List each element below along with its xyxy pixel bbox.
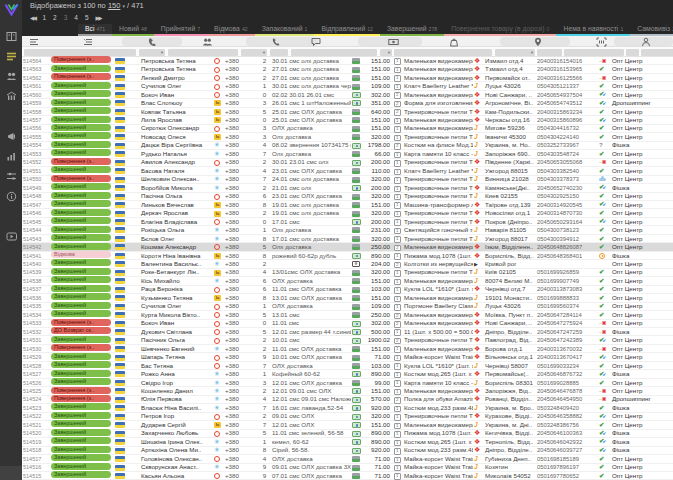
tab-7[interactable]: Повернення товару (в дорозі)0: [444, 24, 556, 36]
table-row[interactable]: 514517 Завершений Головінова Олексан.. +…: [22, 455, 673, 463]
filter-name-input[interactable]: [168, 49, 238, 56]
phone-column-icon[interactable]: [270, 36, 281, 47]
filter-city-input[interactable]: [537, 49, 562, 56]
table-row[interactable]: 514546 Завершений Деркач Ярослав lc +380…: [22, 209, 673, 217]
orders-list-column-icon[interactable]: [28, 36, 39, 47]
table-row[interactable]: 514525 Повернення (з.. Кошеленко Данил ✳…: [22, 387, 673, 395]
table-row[interactable]: 514544 Завершений Рокіцька Ольга ✳ +380 …: [22, 226, 673, 234]
filter-calls-input[interactable]: [270, 49, 288, 56]
tab-9[interactable]: Самовивіз2: [630, 24, 673, 36]
filter-result-select[interactable]: [626, 49, 639, 56]
sidebar-item-clients[interactable]: [4, 70, 18, 82]
sidebar-item-tasks[interactable]: [4, 110, 18, 122]
table-row[interactable]: 514531 Завершений Пасічник Ольга +380 2 …: [22, 336, 673, 344]
table-row[interactable]: 514519 Завершений Шишкіна Ірина Олек.. ✳…: [22, 438, 673, 446]
last-page-button[interactable]: ▶▶: [96, 12, 101, 24]
page-button-2[interactable]: 2: [53, 12, 57, 24]
table-row[interactable]: 514533 Повернення (з.. Бокоч Иван +380 0…: [22, 320, 673, 328]
table-row[interactable]: 514547 Завершений Линьков Вячеслав lc +3…: [22, 201, 673, 209]
table-row[interactable]: 514523 Завершений Власюк Ніна Василі.. ✳…: [22, 404, 673, 412]
sidebar-item-support[interactable]: [4, 210, 18, 222]
table-row[interactable]: 514538 Завершений Кісь Михайло ✳ +380 6 …: [22, 277, 673, 285]
sidebar-item-stats[interactable]: [4, 150, 18, 162]
table-row[interactable]: 514516 Завершений Скворунская Анаст.. ✳ …: [22, 464, 673, 472]
page-button-4[interactable]: 4: [74, 12, 78, 24]
table-row[interactable]: 514562 Повернення (з.. Лепкий Дмитро +38…: [22, 74, 673, 82]
table-row[interactable]: 514527 Завершений Рожко Анна ✳ +380 1 Ко…: [22, 370, 673, 378]
table-row[interactable]: 514524 Повернення (з.. Юлія Первова ✳ +3…: [22, 396, 673, 404]
table-row[interactable]: 514552 Повернення (з.. Авилов Александр …: [22, 159, 673, 167]
status-column-icon[interactable]: [82, 36, 93, 47]
filter-delivery-select[interactable]: ▼: [495, 49, 535, 56]
sidebar-item-company[interactable]: [4, 90, 18, 102]
filter-status-input[interactable]: [24, 49, 136, 56]
table-row[interactable]: 514526 Завершений Свідро Ігор ✳ +380 3 1…: [22, 379, 673, 387]
tracking-scan-column-icon[interactable]: [596, 36, 607, 47]
page-button-5[interactable]: 5: [85, 12, 89, 24]
table-row[interactable]: 514534 Завершений Курта Микола Вікто.. +…: [22, 311, 673, 319]
filter-product-input[interactable]: [394, 49, 492, 56]
table-row[interactable]: 514559 Завершений Влас Слотюоу lc +380 3…: [22, 99, 673, 107]
table-row[interactable]: 514522 Завершений Петров Ігор +380 2 09.…: [22, 413, 673, 421]
table-row[interactable]: 514560 Завершений Бокоч Иван +380 0 02.0…: [22, 91, 673, 99]
tab-8[interactable]: Нема в наявності1: [556, 24, 630, 36]
tab-4[interactable]: Запакований1: [255, 24, 315, 36]
table-row[interactable]: 514553 Завершений Рудько Наталья ✳ +380 …: [22, 150, 673, 158]
filter-source-select[interactable]: ▼: [241, 49, 267, 56]
table-row[interactable]: 514520 Завершений Захарченко Любовь +380…: [22, 430, 673, 438]
table-row[interactable]: 514545 Завершений Благіна Владіслава +38…: [22, 218, 673, 226]
table-row[interactable]: 514554 Завершений Дацюк Віра Сергіївна ✳…: [22, 142, 673, 150]
filter-payment-select[interactable]: ▼: [380, 49, 392, 56]
table-row[interactable]: 514558 Завершений Ковпак Татьяна lc +380…: [22, 108, 673, 116]
manager-column-icon[interactable]: [640, 36, 651, 47]
table-row[interactable]: 514521 Завершений Дударев Сергій lc +380…: [22, 421, 673, 429]
sidebar-item-kanban[interactable]: [4, 30, 18, 42]
table-row[interactable]: 514548 Завершений Пасічна Ольга +380 6 2…: [22, 193, 673, 201]
table-row[interactable]: 514535 Завершений Сучилов Олег +380 1 ОЛ…: [22, 303, 673, 311]
sidebar-item-video[interactable]: [4, 230, 18, 242]
table-row[interactable]: 514549 Завершений Воробйов Микола ✳ +380…: [22, 184, 673, 192]
comment-column-icon[interactable]: [310, 36, 321, 47]
table-row[interactable]: 514528 Завершений Бас Тетяна +380 7 ОЛХ …: [22, 362, 673, 370]
table-row[interactable]: 514529 Завершений Шапарь Тетяна +380 9 1…: [22, 353, 673, 361]
sidebar-item-info[interactable]: [4, 190, 18, 202]
table-row[interactable]: 514532 ДО Возврат ск.. Дукович Світлана …: [22, 328, 673, 336]
page-size-select[interactable]: 150: [108, 1, 121, 10]
table-row[interactable]: 514561 Завершений Сучилов Олег +380 1 30…: [22, 82, 673, 90]
filter-tracking-input[interactable]: [564, 49, 624, 56]
sidebar-item-marketing[interactable]: [4, 130, 18, 142]
page-size-caret-icon[interactable]: ▾: [123, 3, 126, 9]
table-row[interactable]: 514557 Завершений Лила Ярослав lc +380 0…: [22, 116, 673, 124]
delivery-city-column-icon[interactable]: [532, 36, 543, 47]
sidebar-item-settings[interactable]: [4, 170, 18, 182]
table-row[interactable]: 514551 Завершений Басова Наталя ✳ +380 4…: [22, 167, 673, 175]
tab-1[interactable]: Новий48: [112, 24, 154, 36]
table-row[interactable]: 514550 Повернення (з.. Шелковин Олексан.…: [22, 176, 673, 184]
table-row[interactable]: 514556 Завершений Сиротюк Олександр +380…: [22, 125, 673, 133]
table-row[interactable]: 514540 Завершений Валентина Васильє.. ✳ …: [22, 260, 673, 268]
table-row[interactable]: 514536 Завершений Кузьменко Тетяна lc +3…: [22, 294, 673, 302]
table-row[interactable]: 514543 Завершений Бєлов Олег ✳ +380 8 17…: [22, 235, 673, 243]
app-logo[interactable]: [0, 0, 22, 16]
products-column-icon[interactable]: [448, 36, 459, 47]
table-row[interactable]: 514563 Завершений Петровська Тетяна +380…: [22, 65, 673, 73]
page-button-1[interactable]: 1: [42, 12, 46, 24]
sidebar-item-orders[interactable]: [4, 50, 18, 62]
tab-0[interactable]: Всі471: [78, 24, 112, 36]
call-status-column-icon[interactable]: [146, 36, 157, 47]
filter-comment-input[interactable]: [291, 49, 377, 56]
clients-column-icon[interactable]: [202, 36, 213, 47]
table-row[interactable]: 514555 Завершений Новосад Олеся lc +380 …: [22, 133, 673, 141]
payment-column-icon[interactable]: [388, 36, 399, 47]
table-row[interactable]: 514530 Повернення (з.. Шевченко Евгений …: [22, 345, 673, 353]
table-row[interactable]: 514542 Завершений Кошмак Александр +380 …: [22, 243, 673, 251]
table-row[interactable]: 514541 Відмова Коротя Ніна Іванівна lc +…: [22, 252, 673, 260]
tab-5[interactable]: Відправлений12: [314, 24, 380, 36]
tab-2[interactable]: Прийнятий7: [154, 24, 207, 36]
filter-company-input[interactable]: [641, 49, 673, 56]
table-row[interactable]: 514518 Завершений Артюхіна Олена Ми.. ✳ …: [22, 447, 673, 455]
table-row[interactable]: 514564 Повернення (з.. Петровська Тетяна…: [22, 57, 673, 65]
table-row[interactable]: 514515 Завершений Касьян Альона +380 9 0…: [22, 472, 673, 480]
page-button-3[interactable]: 3: [64, 12, 68, 24]
tab-3[interactable]: Відмова42: [207, 24, 255, 36]
